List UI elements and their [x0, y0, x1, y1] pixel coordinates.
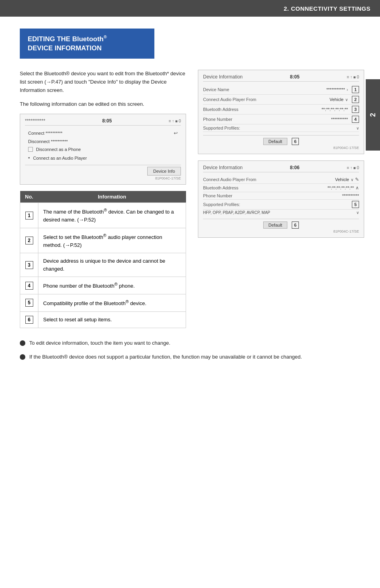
left-screen-caption: 81P004C-17/SE	[25, 176, 181, 180]
bullet-text-1: To edit device information, touch the it…	[29, 339, 170, 347]
table-info-cell: Phone number of the Bluetooth® phone.	[38, 277, 186, 294]
bullet-dot-2	[20, 354, 25, 360]
title-box: EDITING THE Bluetooth® DEVICE INFORMATIO…	[20, 29, 154, 59]
table-num-cell: 2	[20, 228, 38, 253]
device-info-button[interactable]: Device Info	[147, 167, 181, 176]
badge-6-bottom: 6	[292, 221, 299, 229]
checkbox-disconnect-phone[interactable]	[28, 147, 33, 152]
right-screen-bottom-header: Device Information 8:06 ≡ ↑ ■ 0	[203, 165, 359, 172]
left-screen-title-label: ***********	[25, 118, 45, 124]
table-info-cell: Select to set the Bluetooth® audio playe…	[38, 228, 186, 253]
bullet-dot-1	[20, 340, 25, 346]
right-screen-top: Device Information 8:05 ≡ ↑ ■ 0 Device N…	[198, 70, 364, 154]
side-tab: 2	[366, 79, 380, 151]
table-num-cell: 3	[20, 253, 38, 277]
two-col-layout: Select the Bluetooth® device you want to…	[20, 70, 364, 328]
device-name-row[interactable]: Device Name *********** › 1	[203, 85, 359, 95]
table-header-info: Information	[38, 191, 186, 203]
table-num-badge: 6	[25, 316, 33, 324]
bottom-connect-audio-label: Connect Audio Player From	[203, 177, 256, 182]
dropdown-icon-2: ∨	[356, 126, 359, 130]
edit-icon: ✎	[355, 177, 359, 182]
title-box-text: EDITING THE Bluetooth® DEVICE INFORMATIO…	[28, 34, 146, 53]
default-button-top[interactable]: Default	[263, 138, 287, 145]
badge-5: 5	[352, 201, 359, 208]
right-top-icons: ≡ ↑ ■ 0	[347, 75, 359, 79]
bottom-phone-number-label: Phone Number	[203, 193, 232, 198]
dropdown-icon-1: ∨	[345, 97, 348, 102]
table-num-cell: 4	[20, 277, 38, 294]
right-top-time: 8:05	[290, 74, 300, 80]
table-num-cell: 5	[20, 294, 38, 311]
bottom-dropdown-icon: ∨	[351, 178, 353, 182]
table-num-badge: 1	[25, 212, 33, 220]
main-content: EDITING THE Bluetooth® DEVICE INFORMATIO…	[0, 17, 380, 378]
connect-audio-from-value: Vehicle	[330, 97, 344, 102]
left-screen-time: 8:05	[102, 118, 112, 124]
table-num-badge: 5	[25, 299, 33, 307]
table-info-cell: Select to reset all setup items.	[38, 311, 186, 328]
header-title: 2. CONNECTIVITY SETTINGS	[284, 5, 370, 12]
connect-label: Connect **********	[28, 131, 63, 136]
up-icon: ∧	[355, 185, 359, 191]
header-bar: 2. CONNECTIVITY SETTINGS	[0, 0, 380, 17]
right-bottom-icons: ≡ ↑ ■ 0	[347, 166, 359, 170]
profiles-text-row: HFP, OPP, PBAP, A2DP, AVRCP, MAP ∨	[203, 210, 359, 216]
screen-menu-connect-audio[interactable]: • Connect as an Audio Player	[25, 153, 181, 162]
right-bottom-caption: 81P004C-17/SE	[203, 229, 359, 233]
right-top-footer: Default 6	[203, 135, 359, 145]
right-screen-top-header: Device Information 8:05 ≡ ↑ ■ 0	[203, 74, 359, 82]
right-bottom-title: Device Information	[203, 165, 243, 170]
screen-menu-connect[interactable]: Connect ********** ↩	[25, 129, 181, 137]
table-num-badge: 3	[25, 261, 33, 269]
right-column: Device Information 8:05 ≡ ↑ ■ 0 Device N…	[198, 70, 364, 328]
default-button-bottom[interactable]: Default	[263, 221, 287, 229]
dot-icon: •	[28, 155, 30, 161]
left-screen-mockup: *********** 8:05 ≡ ↑ ■ 0 Connect *******…	[20, 114, 186, 185]
bottom-connect-audio-value: Vehicle	[335, 177, 349, 182]
bottom-phone-number-row: Phone Number **********	[203, 192, 359, 200]
phone-number-label: Phone Number	[203, 117, 232, 122]
supported-profiles-row[interactable]: Supported Profiles: ∨	[203, 124, 359, 132]
info-table: No. Information 1The name of the Bluetoo…	[20, 191, 186, 328]
table-num-badge: 2	[25, 237, 33, 244]
phone-number-value: **********	[331, 117, 348, 122]
screen-bottom-bar: Device Info	[25, 165, 181, 176]
badge-2: 2	[352, 96, 359, 103]
right-top-title: Device Information	[203, 74, 243, 80]
connect-audio-label: Connect as an Audio Player	[33, 156, 87, 160]
side-tab-label: 2	[369, 113, 377, 117]
bottom-phone-number-value: **********	[342, 193, 359, 198]
badge-3: 3	[352, 106, 359, 113]
bullet-notes-section: To edit device information, touch the it…	[20, 339, 364, 361]
table-num-cell: 1	[20, 203, 38, 228]
bottom-supported-profiles-row: Supported Profiles: 5	[203, 200, 359, 210]
arrow-right-icon: ›	[347, 88, 348, 92]
table-info-cell: Device address is unique to the device a…	[38, 253, 186, 277]
bullet-item-1: To edit device information, touch the it…	[20, 339, 364, 347]
disconnect-label: Disconnect **********	[28, 139, 68, 144]
disconnect-phone-label: Disconnect as a Phone	[36, 147, 81, 152]
profiles-dropdown-icon: ∨	[356, 210, 359, 215]
connect-audio-from-row[interactable]: Connect Audio Player From Vehicle ∨ 2	[203, 95, 359, 105]
left-column: Select the Bluetooth® device you want to…	[20, 70, 186, 328]
connect-audio-from-label: Connect Audio Player From	[203, 97, 256, 102]
phone-number-row: Phone Number ********** 4	[203, 115, 359, 124]
profiles-text: HFP, OPP, PBAP, A2DP, AVRCP, MAP	[203, 210, 270, 215]
badge-6-top: 6	[292, 138, 299, 145]
badge-1: 1	[352, 86, 359, 93]
back-icon: ↩	[174, 130, 178, 136]
device-name-value: ***********	[327, 87, 345, 92]
bottom-bluetooth-address-value: **:**:**:**:**:**	[327, 185, 354, 190]
right-top-caption: 81P004C-17/SE	[203, 146, 359, 150]
bluetooth-address-value: **:**:**:**:**:**	[321, 107, 348, 112]
bluetooth-address-row: Bluetooth Address **:**:**:**:**:** 3	[203, 105, 359, 115]
screen-menu-disconnect-phone[interactable]: Disconnect as a Phone	[25, 145, 181, 153]
screen-menu-disconnect[interactable]: Disconnect **********	[25, 137, 181, 145]
right-bottom-footer: Default 6	[203, 219, 359, 229]
body-text-2: The following information can be edited …	[20, 100, 186, 109]
bottom-bluetooth-address-row: Bluetooth Address **:**:**:**:**:** ∧	[203, 184, 359, 192]
table-num-cell: 6	[20, 311, 38, 328]
bottom-connect-audio-from-row[interactable]: Connect Audio Player From Vehicle ∨ ✎	[203, 176, 359, 184]
bottom-bluetooth-address-label: Bluetooth Address	[203, 185, 238, 190]
